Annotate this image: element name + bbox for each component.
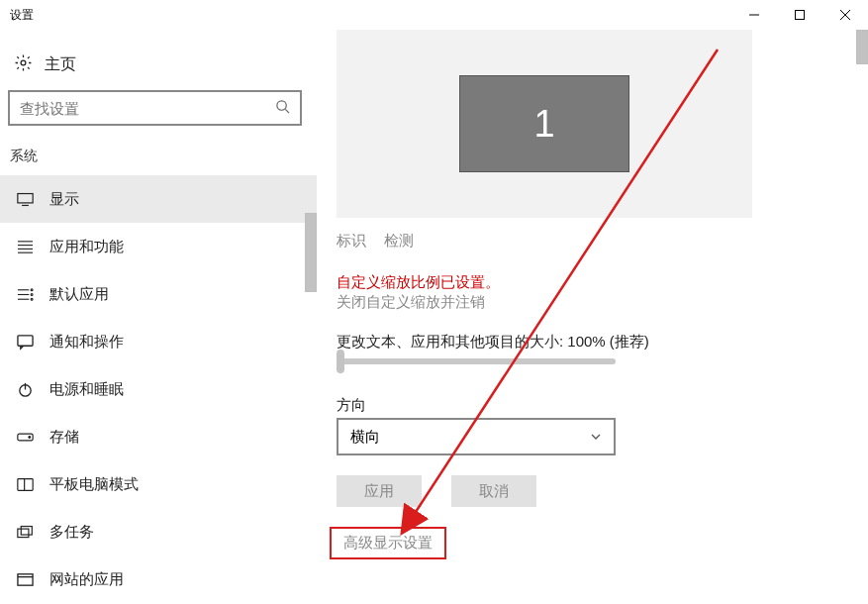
apps-icon [16, 239, 34, 255]
tablet-icon [16, 476, 34, 493]
nav-item-tablet[interactable]: 平板电脑模式 [0, 460, 317, 508]
svg-rect-26 [17, 529, 28, 538]
minimize-button[interactable] [731, 0, 777, 30]
sidebar: 主页 系统 显示 应用和功能 默认应用 [0, 30, 317, 604]
nav-item-label: 存储 [49, 428, 79, 447]
cancel-button[interactable]: 取消 [451, 475, 536, 507]
nav-item-label: 应用和功能 [49, 238, 124, 256]
svg-rect-28 [17, 573, 32, 584]
scale-slider[interactable] [337, 358, 616, 364]
gear-icon [14, 53, 33, 76]
slider-thumb[interactable] [337, 350, 344, 373]
nav-item-display[interactable]: 显示 [0, 175, 317, 223]
nav-item-label: 通知和操作 [49, 333, 124, 352]
monitor-icon [16, 191, 34, 208]
nav-item-label: 电源和睡眠 [49, 380, 124, 399]
nav-item-label: 平板电脑模式 [49, 475, 139, 494]
home-label: 主页 [45, 54, 76, 75]
web-apps-icon [16, 571, 34, 588]
detect-link[interactable]: 检测 [384, 232, 414, 251]
close-icon [840, 10, 850, 20]
monitor-number: 1 [533, 103, 554, 146]
nav-item-label: 默认应用 [49, 285, 109, 304]
chevron-down-icon [590, 429, 602, 446]
nav-item-web-apps[interactable]: 网站的应用 [0, 555, 317, 603]
nav-item-storage[interactable]: 存储 [0, 413, 317, 460]
search-input[interactable] [20, 100, 275, 117]
maximize-button[interactable] [777, 0, 822, 30]
nav-item-multitask[interactable]: 多任务 [0, 508, 317, 555]
svg-rect-24 [17, 478, 32, 490]
nav-item-label: 多任务 [49, 523, 94, 542]
close-button[interactable] [822, 0, 868, 30]
svg-point-23 [28, 436, 30, 438]
nav-item-apps[interactable]: 应用和功能 [0, 223, 317, 270]
monitor-tile[interactable]: 1 [459, 75, 629, 172]
sidebar-scrollbar[interactable] [305, 213, 317, 292]
nav-item-notifications[interactable]: 通知和操作 [0, 318, 317, 365]
search-box[interactable] [8, 90, 302, 126]
main-content: 1 标识 检测 自定义缩放比例已设置。 关闭自定义缩放并注销 更改文本、应用和其… [317, 30, 868, 604]
nav-item-default-apps[interactable]: 默认应用 [0, 270, 317, 318]
nav-item-label: 网站的应用 [49, 570, 124, 589]
size-label: 更改文本、应用和其他项目的大小: 100% (推荐) [337, 333, 649, 352]
svg-point-16 [31, 288, 33, 290]
default-apps-icon [16, 286, 34, 303]
main-scrollbar[interactable] [856, 30, 868, 64]
svg-point-18 [31, 298, 33, 300]
svg-rect-27 [21, 526, 32, 535]
advanced-label: 高级显示设置 [343, 534, 433, 551]
nav-list: 显示 应用和功能 默认应用 通知和操作 电源和睡眠 存储 [0, 175, 317, 603]
apply-label: 应用 [364, 482, 394, 501]
nav-item-label: 显示 [49, 190, 79, 209]
title-bar: 设置 [0, 0, 868, 30]
svg-rect-7 [17, 193, 32, 202]
svg-point-17 [31, 293, 33, 295]
minimize-icon [749, 10, 759, 20]
cancel-label: 取消 [479, 482, 509, 501]
scale-warning: 自定义缩放比例已设置。 [337, 273, 500, 292]
window-title: 设置 [10, 7, 34, 24]
storage-icon [16, 429, 34, 446]
svg-rect-19 [17, 335, 32, 345]
close-scale-link[interactable]: 关闭自定义缩放并注销 [337, 293, 485, 312]
nav-item-power[interactable]: 电源和睡眠 [0, 365, 317, 413]
orientation-select[interactable]: 横向 [337, 418, 616, 455]
home-link[interactable]: 主页 [0, 46, 317, 90]
svg-rect-1 [796, 11, 805, 20]
orientation-value: 横向 [350, 428, 380, 447]
multitask-icon [16, 524, 34, 541]
display-preview-panel: 1 [337, 30, 752, 218]
maximize-icon [795, 10, 805, 20]
advanced-display-link[interactable]: 高级显示设置 [330, 527, 446, 559]
power-icon [16, 381, 34, 398]
svg-point-5 [277, 100, 286, 109]
identify-link[interactable]: 标识 [337, 232, 366, 251]
apply-button[interactable]: 应用 [337, 475, 422, 507]
search-icon [275, 99, 290, 118]
nav-group-label: 系统 [0, 140, 317, 175]
notifications-icon [16, 334, 34, 351]
orientation-label: 方向 [337, 396, 366, 415]
window-controls [731, 0, 868, 30]
svg-line-6 [285, 109, 289, 113]
svg-point-4 [21, 60, 26, 65]
